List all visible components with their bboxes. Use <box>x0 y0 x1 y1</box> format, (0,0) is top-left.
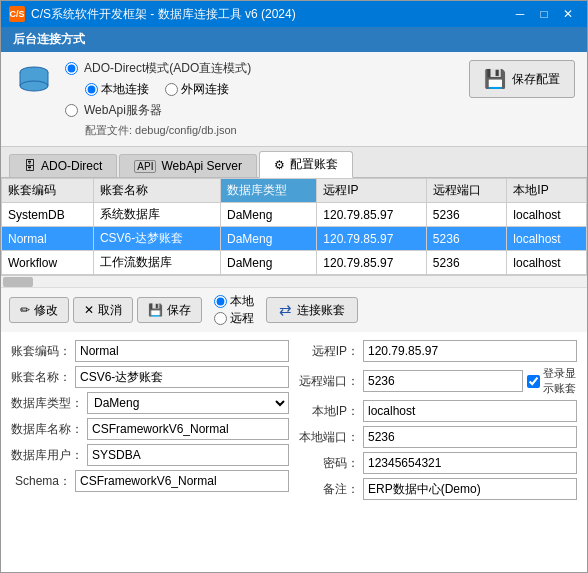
cell-local-ip: localhost <box>507 203 587 227</box>
db-user-row: 数据库用户： <box>11 444 289 466</box>
tab-webapi-server[interactable]: API WebApi Server <box>119 154 257 177</box>
db-name-label: 数据库名称： <box>11 421 83 438</box>
local-connect-radio[interactable] <box>85 83 98 96</box>
form-section: 账套编码： 账套名称： 数据库类型： DaMeng SQLServer MySQ… <box>1 332 587 508</box>
minimize-button[interactable]: ─ <box>509 5 531 23</box>
table-body: SystemDB 系统数据库 DaMeng 120.79.85.97 5236 … <box>2 203 587 275</box>
remote-port-row: 远程端口： 登录显示账套 <box>299 366 577 396</box>
cell-code: SystemDB <box>2 203 94 227</box>
local-radio[interactable] <box>214 295 227 308</box>
show-account-checkbox[interactable] <box>527 375 540 388</box>
db-user-label: 数据库用户： <box>11 447 83 464</box>
connect-label: 连接账套 <box>297 302 345 319</box>
col-db-type: 数据库类型 <box>221 179 317 203</box>
db-name-input[interactable] <box>87 418 289 440</box>
save-config-button[interactable]: 💾 保存配置 <box>469 60 575 98</box>
local-ip-label: 本地IP： <box>299 403 359 420</box>
cell-local-ip: localhost <box>507 227 587 251</box>
remote-port-input[interactable] <box>363 370 523 392</box>
action-bar: ✏ 修改 ✕ 取消 💾 保存 本地 远程 <box>1 287 587 332</box>
cell-remote-ip: 120.79.85.97 <box>317 203 427 227</box>
schema-row: Schema： <box>11 470 289 492</box>
show-account-checkbox-label: 登录显示账套 <box>527 366 577 396</box>
config-file-row: 配置文件: debug/config/db.json <box>85 123 251 138</box>
account-name-input[interactable] <box>75 366 289 388</box>
password-row: 密码： <box>299 452 577 474</box>
svg-point-2 <box>20 81 48 91</box>
cell-remote-port: 5236 <box>426 203 506 227</box>
account-name-row: 账套名称： <box>11 366 289 388</box>
local-ip-row: 本地IP： <box>299 400 577 422</box>
db-name-row: 数据库名称： <box>11 418 289 440</box>
cancel-button[interactable]: ✕ 取消 <box>73 297 133 323</box>
table-row[interactable]: Normal CSV6-达梦账套 DaMeng 120.79.85.97 523… <box>2 227 587 251</box>
account-code-input[interactable] <box>75 340 289 362</box>
connection-mode-group: ADO-Direct模式(ADO直连模式) 本地连接 外网连接 WebApi服务… <box>65 60 251 138</box>
maximize-button[interactable]: □ <box>533 5 555 23</box>
title-bar-left: C/S C/S系统软件开发框架 - 数据库连接工具 v6 (2024) <box>9 6 296 23</box>
connect-account-button[interactable]: ⇄ 连接账套 <box>266 297 358 323</box>
save-label: 保存 <box>167 302 191 319</box>
cell-name: CSV6-达梦账套 <box>93 227 220 251</box>
edit-icon: ✏ <box>20 303 30 317</box>
remote-radio[interactable] <box>214 312 227 325</box>
col-code: 账套编码 <box>2 179 94 203</box>
close-button[interactable]: ✕ <box>557 5 579 23</box>
form-right: 远程IP： 远程端口： 登录显示账套 本地IP： 本地端口： <box>299 340 577 500</box>
cell-db-type: DaMeng <box>221 251 317 275</box>
db-user-input[interactable] <box>87 444 289 466</box>
local-external-row: 本地连接 外网连接 <box>85 81 251 98</box>
save-icon: 💾 <box>484 68 506 90</box>
external-connect-label: 外网连接 <box>165 81 229 98</box>
local-port-label: 本地端口： <box>299 429 359 446</box>
table-row[interactable]: Workflow 工作流数据库 DaMeng 120.79.85.97 5236… <box>2 251 587 275</box>
account-name-label: 账套名称： <box>11 369 71 386</box>
remark-input[interactable] <box>363 478 577 500</box>
remote-ip-label: 远程IP： <box>299 343 359 360</box>
save-button[interactable]: 💾 保存 <box>137 297 202 323</box>
col-remote-port: 远程端口 <box>426 179 506 203</box>
password-label: 密码： <box>299 455 359 472</box>
database-svg-icon <box>15 62 53 100</box>
show-account-text: 登录显示账套 <box>543 366 577 396</box>
title-bar: C/S C/S系统软件开发框架 - 数据库连接工具 v6 (2024) ─ □ … <box>1 1 587 27</box>
cell-local-ip: localhost <box>507 251 587 275</box>
tab-ado-direct-label: ADO-Direct <box>41 159 102 173</box>
cell-name: 工作流数据库 <box>93 251 220 275</box>
cancel-label: 取消 <box>98 302 122 319</box>
edit-button[interactable]: ✏ 修改 <box>9 297 69 323</box>
horizontal-scrollbar[interactable] <box>1 275 587 287</box>
db-type-select[interactable]: DaMeng SQLServer MySQL Oracle <box>87 392 289 414</box>
webapi-radio[interactable] <box>65 104 78 117</box>
db-type-label: 数据库类型： <box>11 395 83 412</box>
remark-label: 备注： <box>299 481 359 498</box>
edit-label: 修改 <box>34 302 58 319</box>
col-remote-ip: 远程IP <box>317 179 427 203</box>
external-connect-radio[interactable] <box>165 83 178 96</box>
password-input[interactable] <box>363 452 577 474</box>
cell-remote-ip: 120.79.85.97 <box>317 227 427 251</box>
remote-port-label: 远程端口： <box>299 373 359 390</box>
save-icon-small: 💾 <box>148 303 163 317</box>
col-name: 账套名称 <box>93 179 220 203</box>
table-row[interactable]: SystemDB 系统数据库 DaMeng 120.79.85.97 5236 … <box>2 203 587 227</box>
account-code-row: 账套编码： <box>11 340 289 362</box>
local-port-input[interactable] <box>363 426 577 448</box>
local-connect-label: 本地连接 <box>85 81 149 98</box>
tab-config-account[interactable]: ⚙ 配置账套 <box>259 151 353 178</box>
schema-input[interactable] <box>75 470 289 492</box>
connection-type-label: 后台连接方式 <box>13 32 85 46</box>
main-content: 账套编码 账套名称 数据库类型 远程IP 远程端口 本地IP SystemDB … <box>1 178 587 572</box>
table-header: 账套编码 账套名称 数据库类型 远程IP 远程端口 本地IP <box>2 179 587 203</box>
cell-db-type: DaMeng <box>221 203 317 227</box>
remote-radio-label: 远程 <box>214 310 254 327</box>
remote-ip-input[interactable] <box>363 340 577 362</box>
db-icon <box>13 60 55 102</box>
local-ip-input[interactable] <box>363 400 577 422</box>
table-section: 账套编码 账套名称 数据库类型 远程IP 远程端口 本地IP SystemDB … <box>1 178 587 287</box>
schema-label: Schema： <box>11 473 71 490</box>
cell-name: 系统数据库 <box>93 203 220 227</box>
tab-ado-direct[interactable]: 🗄 ADO-Direct <box>9 154 117 177</box>
scrollbar-thumb <box>3 277 33 287</box>
ado-direct-radio[interactable] <box>65 62 78 75</box>
